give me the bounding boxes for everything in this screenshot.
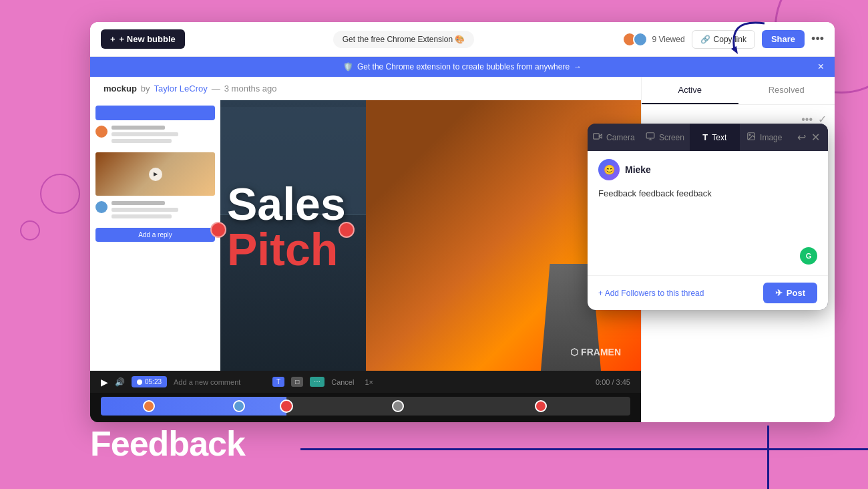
feedback-text-input[interactable] bbox=[598, 188, 817, 242]
sam-name-line bbox=[112, 126, 165, 130]
svg-rect-1 bbox=[594, 134, 600, 139]
sidebar-tabs: Active Resolved bbox=[642, 77, 835, 105]
add-reply-button[interactable]: Add a reply bbox=[95, 228, 215, 242]
cancel-button[interactable]: Cancel bbox=[331, 378, 354, 386]
recorder-user: 😊 Mieke bbox=[598, 159, 817, 180]
timeline-avatar-2 bbox=[233, 400, 245, 412]
navbar: + + New bubble Get the free Chrome Exten… bbox=[90, 22, 835, 57]
framen-logo: ⬡ FRAMEN bbox=[570, 347, 621, 357]
rec-tab-text[interactable]: T Text bbox=[690, 124, 739, 151]
timeline-bar[interactable] bbox=[101, 397, 630, 416]
chrome-banner-arrow: → bbox=[574, 62, 582, 71]
time-display: 0:00 / 3:45 bbox=[596, 378, 630, 386]
chrome-extension-text: Get the free Chrome Extension 🎨 bbox=[343, 35, 465, 44]
breadcrumb-separator: — bbox=[212, 84, 220, 94]
breadcrumb-area: mockup by Taylor LeCroy — 3 months ago bbox=[90, 77, 641, 100]
timeline-avatar-4 bbox=[535, 400, 547, 412]
sales-word: Sales bbox=[227, 181, 346, 226]
tag-more[interactable]: ⋯ bbox=[310, 377, 324, 387]
post-label: Post bbox=[787, 288, 805, 298]
recording-tabs: Camera Screen T Text Image ↩ ✕ bbox=[588, 124, 828, 151]
undo-button[interactable]: ↩ bbox=[797, 131, 806, 144]
kelly-text-1 bbox=[112, 208, 178, 212]
close-widget-button[interactable]: ✕ bbox=[811, 131, 820, 144]
breadcrumb-title: mockup bbox=[103, 84, 137, 94]
link-icon: 🔗 bbox=[700, 35, 710, 44]
rec-tab-camera[interactable]: Camera bbox=[588, 124, 640, 151]
inner-avatar-sam bbox=[95, 126, 107, 138]
viewed-badge: 9 Viewed bbox=[622, 32, 684, 47]
post-icon: ✈ bbox=[775, 288, 783, 298]
tab-resolved[interactable]: Resolved bbox=[738, 77, 835, 104]
chrome-banner-text: Get the Chrome extension to create bubbl… bbox=[357, 62, 570, 71]
rec-tab-screen[interactable]: Screen bbox=[640, 124, 690, 151]
inner-text-kelly bbox=[112, 201, 178, 221]
speed-indicator[interactable]: 1× bbox=[365, 378, 373, 386]
timestamp-dot bbox=[137, 379, 142, 385]
timeline-progress bbox=[101, 397, 286, 416]
tab-active[interactable]: Active bbox=[642, 77, 738, 104]
recording-widget: Camera Screen T Text Image ↩ ✕ 😊 bbox=[588, 124, 828, 310]
navbar-right: 9 Viewed 🔗 Copy link Share ••• bbox=[622, 30, 824, 49]
add-followers-suffix: to this thread bbox=[656, 289, 704, 298]
rec-tab-image-label: Image bbox=[760, 133, 782, 142]
inner-comment-kelly bbox=[95, 201, 215, 221]
timeline-avatar-1 bbox=[143, 400, 155, 412]
timeline-avatar-3 bbox=[392, 400, 404, 412]
recording-content: 😊 Mieke G bbox=[588, 151, 828, 275]
video-container: ▶ Add a reply bbox=[90, 100, 641, 371]
add-followers-prefix: + bbox=[598, 289, 605, 298]
add-comment-input[interactable] bbox=[174, 378, 266, 386]
grammarly-icon: G bbox=[800, 247, 817, 265]
blue-line-bottom bbox=[300, 448, 868, 450]
inner-play-button[interactable]: ▶ bbox=[149, 168, 162, 181]
inner-ui-header bbox=[95, 106, 215, 120]
plus-icon: + bbox=[110, 34, 116, 44]
inner-avatar-kelly bbox=[95, 201, 107, 213]
arrow-decoration bbox=[724, 17, 771, 59]
feedback-label: Feedback bbox=[90, 424, 245, 464]
kelly-text-2 bbox=[112, 214, 172, 218]
avatar-2 bbox=[633, 32, 648, 47]
volume-button[interactable]: 🔊 bbox=[115, 377, 125, 387]
sam-text-1 bbox=[112, 132, 178, 136]
timeline-area[interactable] bbox=[90, 393, 641, 422]
add-followers-link[interactable]: Add Followers bbox=[605, 289, 656, 298]
svg-rect-2 bbox=[646, 133, 654, 138]
breadcrumb-author[interactable]: Taylor LeCroy bbox=[154, 84, 208, 94]
add-followers-text: + Add Followers to this thread bbox=[598, 289, 704, 298]
bg-decoration-circle-2 bbox=[40, 174, 80, 214]
recorder-avatar: 😊 bbox=[598, 159, 620, 180]
rec-tab-screen-label: Screen bbox=[659, 133, 684, 142]
tag-t[interactable]: T bbox=[272, 377, 284, 387]
rec-tab-image[interactable]: Image bbox=[740, 124, 789, 151]
recording-widget-controls: ↩ ✕ bbox=[789, 124, 828, 151]
new-bubble-label: + New bubble bbox=[120, 34, 176, 44]
bg-decoration-circle-3 bbox=[20, 220, 40, 240]
more-button[interactable]: ••• bbox=[811, 32, 824, 46]
breadcrumb-time: 3 months ago bbox=[224, 84, 277, 94]
timestamp-value: 05:23 bbox=[145, 378, 162, 385]
post-button[interactable]: ✈ Post bbox=[763, 283, 817, 303]
inner-ui-panel: ▶ Add a reply bbox=[90, 100, 220, 371]
chrome-extension-pill[interactable]: Get the free Chrome Extension 🎨 bbox=[333, 31, 475, 48]
viewed-count: 9 Viewed bbox=[652, 35, 684, 44]
avatar-stack bbox=[622, 32, 648, 47]
rec-tab-text-label: Text bbox=[712, 133, 726, 142]
camera-icon bbox=[593, 132, 602, 143]
play-button[interactable]: ▶ bbox=[101, 377, 108, 387]
main-panel: mockup by Taylor LeCroy — 3 months ago bbox=[90, 77, 641, 422]
tag-screen[interactable]: □ bbox=[291, 377, 303, 387]
inner-image-thumbnail: ▶ bbox=[95, 152, 215, 196]
new-bubble-button[interactable]: + + New bubble bbox=[101, 29, 185, 49]
chrome-banner-close-button[interactable]: × bbox=[818, 61, 824, 73]
inner-comment-sam bbox=[95, 126, 215, 146]
timeline-scrubber[interactable] bbox=[280, 399, 293, 413]
comment-timestamp-pill: 05:23 bbox=[132, 376, 167, 387]
rec-tab-camera-label: Camera bbox=[606, 133, 635, 142]
blue-line-vertical bbox=[767, 426, 769, 489]
recorder-name: Mieke bbox=[625, 164, 651, 175]
recorder-emoji: 😊 bbox=[604, 164, 615, 175]
navbar-center: Get the free Chrome Extension 🎨 bbox=[185, 31, 623, 48]
recording-footer: + Add Followers to this thread ✈ Post bbox=[588, 275, 828, 310]
